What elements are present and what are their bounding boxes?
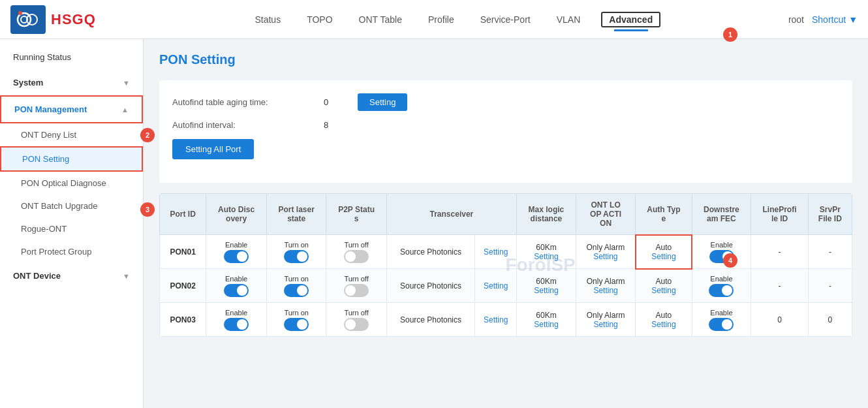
- cell-ont-loop: Only Alarm Setting: [576, 235, 635, 269]
- logo-text: HSGQ: [51, 11, 96, 28]
- nav-vlan[interactable]: VLAN: [551, 12, 586, 27]
- laser-toggle[interactable]: [284, 250, 309, 263]
- aging-label: Autofind table aging time:: [172, 97, 316, 107]
- nav-right: root Shortcut ▼: [788, 14, 858, 25]
- sidebar-item-rogue-ont[interactable]: Rogue-ONT: [0, 217, 143, 240]
- chevron-up-icon: ▲: [121, 106, 129, 114]
- badge-1: 1: [723, 27, 737, 42]
- cell-auto-disc: Enable: [206, 269, 266, 303]
- interval-value: 8: [324, 120, 350, 130]
- sidebar-item-port-protect-group[interactable]: Port Protect Group: [0, 240, 143, 263]
- cell-laser: Turn on: [266, 303, 326, 337]
- badge-3: 3: [144, 202, 155, 217]
- cell-auth-type: Auto Setting: [636, 303, 692, 337]
- col-port-laser: Port laserstate: [266, 194, 326, 235]
- cell-port-id: PON01: [160, 235, 206, 269]
- p2p-toggle[interactable]: [344, 318, 369, 331]
- cell-port-id: PON03: [160, 303, 206, 337]
- table-header-row: Port ID Auto Discovery Port laserstate P…: [160, 194, 852, 235]
- form-area: Autofind table aging time: 0 Setting Aut…: [159, 80, 852, 183]
- auto-disc-toggle[interactable]: [224, 284, 249, 297]
- cell-max-logic: 60Km Setting: [517, 235, 576, 269]
- layout: Running Status System ▼ PON Management ▲…: [0, 39, 868, 408]
- chevron-down-icon: ▼: [123, 79, 130, 87]
- cell-p2p: Turn off: [326, 269, 386, 303]
- cell-transceiver-setting[interactable]: Setting: [475, 269, 517, 303]
- top-nav: HSGQ Status TOPO ONT Table Profile Servi…: [0, 0, 868, 39]
- sidebar-item-ont-deny-list[interactable]: ONT Deny List: [0, 123, 143, 146]
- nav-items: Status TOPO ONT Table Profile Service-Po…: [122, 12, 788, 27]
- nav-advanced[interactable]: Advanced: [601, 12, 660, 27]
- sidebar-item-running-status[interactable]: Running Status: [0, 44, 143, 70]
- logo-box: [10, 5, 46, 34]
- form-row-interval: Autofind interval: 8: [172, 120, 839, 130]
- cell-port-id: PON02: [160, 269, 206, 303]
- col-ont-loop: ONT LOOP ACTION: [576, 194, 635, 235]
- cell-ont-loop: Only Alarm Setting: [576, 303, 635, 337]
- sidebar-item-pon-setting[interactable]: PON Setting: [0, 146, 143, 172]
- cell-ds-fec: Enable: [692, 303, 751, 337]
- pon-table: Port ID Auto Discovery Port laserstate P…: [159, 193, 852, 337]
- cell-laser: Turn on: [266, 235, 326, 269]
- svg-point-3: [18, 11, 22, 15]
- cell-auth-type: Auto Setting: [636, 269, 692, 303]
- badge-4: 4: [723, 253, 737, 268]
- logo-area: HSGQ: [10, 5, 96, 34]
- form-row-aging: Autofind table aging time: 0 Setting: [172, 93, 839, 111]
- sidebar-item-system[interactable]: System ▼: [0, 70, 143, 95]
- col-p2p: P2P Status: [326, 194, 386, 235]
- cell-max-logic: 60Km Setting: [517, 303, 576, 337]
- col-max-logic: Max logicdistance: [517, 194, 576, 235]
- col-line-profile: LineProfile ID: [751, 194, 808, 235]
- nav-shortcut[interactable]: Shortcut ▼: [812, 14, 858, 25]
- col-ds-fec: Downstream FEC: [692, 194, 751, 235]
- cell-transceiver-setting[interactable]: Setting: [475, 235, 517, 269]
- cell-transceiver-name: Source Photonics: [386, 269, 475, 303]
- p2p-toggle[interactable]: [344, 284, 369, 297]
- cell-auto-disc: Enable: [206, 235, 266, 269]
- cell-ont-loop: Only Alarm Setting: [576, 269, 635, 303]
- svg-point-2: [27, 14, 37, 25]
- laser-toggle[interactable]: [284, 284, 309, 297]
- cell-p2p: Turn off: [326, 235, 386, 269]
- cell-laser: Turn on: [266, 269, 326, 303]
- cell-transceiver-setting[interactable]: Setting: [475, 303, 517, 337]
- chevron-down-icon: ▼: [123, 272, 130, 280]
- table-row: PON03 Enable Turn on: [160, 303, 852, 337]
- table-row: PON02 Enable Turn on: [160, 269, 852, 303]
- cell-max-logic: 60Km Setting: [517, 269, 576, 303]
- cell-line-profile: -: [751, 235, 808, 269]
- auto-disc-toggle[interactable]: [224, 318, 249, 331]
- sidebar-item-ont-batch-upgrade[interactable]: ONT Batch Upgrade: [0, 195, 143, 217]
- ds-fec-toggle[interactable]: [709, 318, 734, 331]
- laser-toggle[interactable]: [284, 318, 309, 331]
- nav-ont-table[interactable]: ONT Table: [354, 12, 407, 27]
- main-content: PON Setting Autofind table aging time: 0…: [144, 39, 868, 408]
- sidebar-item-ont-device[interactable]: ONT Device ▼: [0, 263, 143, 289]
- ds-fec-toggle[interactable]: [709, 284, 734, 297]
- interval-label: Autofind interval:: [172, 120, 316, 130]
- cell-line-profile: -: [751, 269, 808, 303]
- setting-all-port-button[interactable]: Setting All Port: [172, 139, 254, 159]
- auto-disc-toggle[interactable]: [224, 250, 249, 263]
- sidebar-item-pon-optical-diagnose[interactable]: PON Optical Diagnose: [0, 172, 143, 195]
- setting-button[interactable]: Setting: [358, 93, 407, 111]
- nav-user: root: [788, 14, 804, 25]
- sidebar: Running Status System ▼ PON Management ▲…: [0, 39, 144, 408]
- nav-service-port[interactable]: Service-Port: [475, 12, 536, 27]
- cell-transceiver-name: Source Photonics: [386, 303, 475, 337]
- col-auto-disc: Auto Discovery: [206, 194, 266, 235]
- nav-profile[interactable]: Profile: [423, 12, 459, 27]
- p2p-toggle[interactable]: [344, 250, 369, 263]
- cell-ds-fec: Enable: [692, 235, 751, 269]
- col-transceiver: Transceiver: [386, 194, 516, 235]
- sidebar-item-pon-management[interactable]: PON Management ▲: [0, 95, 143, 123]
- cell-transceiver-name: Source Photonics: [386, 235, 475, 269]
- col-port-id: Port ID: [160, 194, 206, 235]
- cell-auth-type: Auto Setting: [636, 235, 692, 269]
- cell-line-profile: 0: [751, 303, 808, 337]
- nav-topo[interactable]: TOPO: [302, 12, 337, 27]
- nav-status[interactable]: Status: [249, 12, 286, 27]
- chevron-down-icon: ▼: [848, 14, 858, 25]
- col-auth-type: Auth Type: [636, 194, 692, 235]
